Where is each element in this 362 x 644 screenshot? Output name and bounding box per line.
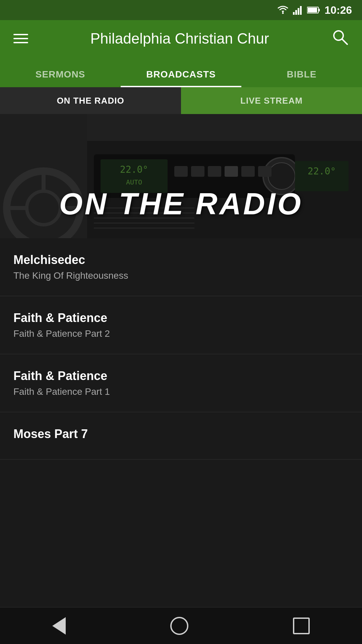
svg-line-9 [342,39,347,44]
tab-broadcasts[interactable]: BROADCASTS [121,69,241,87]
search-button[interactable] [331,28,349,49]
home-button[interactable] [170,617,188,635]
svg-rect-6 [308,8,317,12]
svg-rect-1 [293,12,295,15]
recents-icon [293,618,310,634]
broadcast-list: Melchisedec The King Of Righteousness Fa… [0,238,362,496]
item-subtitle-1: The King Of Righteousness [13,270,349,281]
wifi-icon [277,5,289,15]
tab-sermons[interactable]: SERMONS [0,69,121,87]
hero-banner-text: ON THE RADIO [0,187,362,221]
status-bar: 10:26 [0,0,362,20]
recents-button[interactable] [293,618,310,634]
status-icons: 10:26 [277,4,352,16]
tab-bible[interactable]: BIBLE [241,69,362,87]
svg-point-0 [282,12,284,14]
item-subtitle-3: Faith & Patience Part 1 [13,386,349,397]
bottom-navigation [0,607,362,644]
list-item[interactable]: Faith & Patience Faith & Patience Part 2 [0,296,362,354]
svg-rect-4 [300,6,302,15]
back-button[interactable] [52,617,66,635]
item-title-1: Melchisedec [13,253,349,267]
item-title-2: Faith & Patience [13,311,349,325]
app-title: Philadelphia Christian Chur [28,30,331,47]
list-item[interactable]: Faith & Patience Faith & Patience Part 1 [0,354,362,412]
svg-rect-3 [298,8,299,15]
main-tabs: SERMONS BROADCASTS BIBLE [0,57,362,87]
back-icon [52,617,66,635]
item-title-4: Moses Part 7 [13,427,349,441]
list-item[interactable]: Melchisedec The King Of Righteousness [0,238,362,296]
battery-icon [307,6,320,14]
hero-banner: 22.0° AUTO 22.0° ON THE RADIO [0,114,362,238]
sub-tabs: ON THE RADIO LIVE STREAM [0,87,362,114]
app-bar: Philadelphia Christian Chur [0,20,362,57]
list-item[interactable]: Moses Part 7 [0,412,362,460]
subtab-on-the-radio[interactable]: ON THE RADIO [0,87,181,114]
signal-icon [293,5,303,15]
home-icon [170,617,188,635]
item-subtitle-2: Faith & Patience Part 2 [13,328,349,339]
svg-rect-2 [295,10,297,15]
subtab-live-stream[interactable]: LIVE STREAM [181,87,362,114]
item-title-3: Faith & Patience [13,369,349,383]
status-time: 10:26 [324,4,352,16]
svg-rect-7 [318,9,320,11]
hamburger-menu-button[interactable] [13,34,28,43]
